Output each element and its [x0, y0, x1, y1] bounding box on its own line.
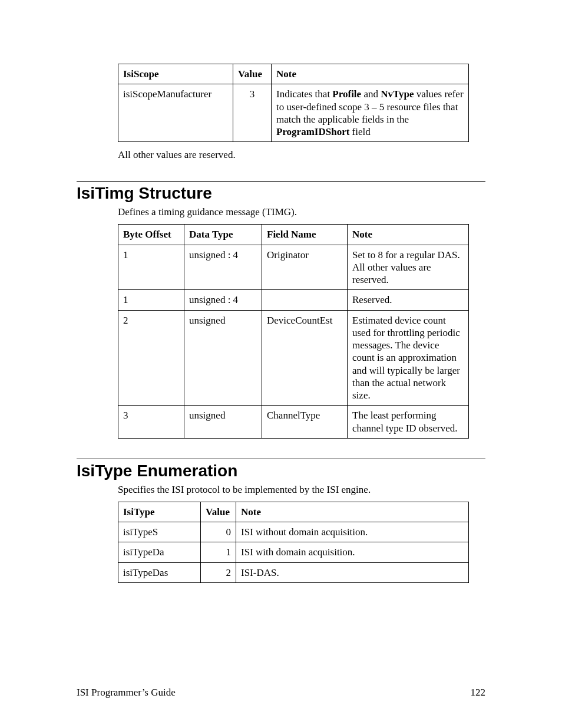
table-header-row: Byte Offset Data Type Field Name Note — [118, 225, 469, 245]
paragraph: Specifies the ISI protocol to be impleme… — [118, 484, 485, 496]
table-header-row: IsiType Value Note — [118, 502, 469, 522]
table-row: 1 unsigned : 4 Reserved. — [118, 290, 469, 310]
col-header: IsiScope — [118, 64, 233, 84]
page-footer: ISI Programmer’s Guide 122 — [77, 687, 485, 699]
cell-name: isiScopeManufacturer — [118, 84, 233, 142]
table-row: 3 unsigned ChannelType The least perform… — [118, 406, 469, 439]
page: IsiScope Value Note isiScopeManufacturer… — [0, 0, 562, 728]
cell-value: 3 — [233, 84, 272, 142]
table-row: 2 unsigned DeviceCountEst Estimated devi… — [118, 310, 469, 406]
cell: Reserved. — [348, 290, 469, 310]
cell: ISI-DAS. — [236, 562, 469, 582]
cell: ISI with domain acquisition. — [236, 542, 469, 562]
isitype-table: IsiType Value Note isiTypeS 0 ISI withou… — [118, 502, 469, 583]
page-number: 122 — [471, 687, 486, 699]
cell: isiTypeDas — [118, 562, 201, 582]
col-header: Note — [236, 502, 469, 522]
cell: 2 — [118, 310, 184, 406]
col-header: Byte Offset — [118, 225, 184, 245]
col-header: Field Name — [262, 225, 348, 245]
cell: 1 — [118, 290, 184, 310]
col-header: Note — [272, 64, 469, 84]
section-heading: IsiTimg Structure — [77, 181, 485, 203]
table-header-row: IsiScope Value Note — [118, 64, 469, 84]
cell: isiTypeDa — [118, 542, 201, 562]
col-header: Value — [233, 64, 272, 84]
cell: isiTypeS — [118, 522, 201, 542]
text-bold: ProgramIDShort — [276, 126, 349, 137]
paragraph: Defines a timing guidance message (TIMG)… — [118, 206, 485, 218]
footer-title: ISI Programmer’s Guide — [77, 687, 176, 698]
section-heading: IsiType Enumeration — [77, 459, 485, 480]
col-header: Note — [348, 225, 469, 245]
cell: ISI without domain acquisition. — [236, 522, 469, 542]
col-header: Value — [201, 502, 236, 522]
cell: 1 — [118, 245, 184, 290]
cell: 0 — [201, 522, 236, 542]
text: Indicates that — [276, 88, 332, 100]
cell: 3 — [118, 406, 184, 439]
cell: DeviceCountEst — [262, 310, 348, 406]
cell — [262, 290, 348, 310]
cell: unsigned — [184, 406, 262, 439]
isitimg-table: Byte Offset Data Type Field Name Note 1 … — [118, 224, 469, 439]
cell: The least performing channel type ID obs… — [348, 406, 469, 439]
table-row: isiTypeS 0 ISI without domain acquisitio… — [118, 522, 469, 542]
table-row: isiScopeManufacturer 3 Indicates that Pr… — [118, 84, 469, 142]
paragraph: All other values are reserved. — [118, 149, 485, 161]
cell: unsigned : 4 — [184, 290, 262, 310]
cell: unsigned — [184, 310, 262, 406]
table-row: 1 unsigned : 4 Originator Set to 8 for a… — [118, 245, 469, 290]
cell: ChannelType — [262, 406, 348, 439]
text: and — [361, 88, 381, 100]
cell: 2 — [201, 562, 236, 582]
cell: Originator — [262, 245, 348, 290]
cell: 1 — [201, 542, 236, 562]
table-row: isiTypeDa 1 ISI with domain acquisition. — [118, 542, 469, 562]
cell: unsigned : 4 — [184, 245, 262, 290]
text-bold: NvType — [381, 88, 414, 100]
cell: Estimated device count used for throttli… — [348, 310, 469, 406]
cell: Set to 8 for a regular DAS. All other va… — [348, 245, 469, 290]
text: field — [349, 126, 370, 137]
isiscope-table: IsiScope Value Note isiScopeManufacturer… — [118, 64, 469, 142]
cell-note: Indicates that Profile and NvType values… — [272, 84, 469, 142]
col-header: Data Type — [184, 225, 262, 245]
table-row: isiTypeDas 2 ISI-DAS. — [118, 562, 469, 582]
text-bold: Profile — [332, 88, 361, 100]
col-header: IsiType — [118, 502, 201, 522]
